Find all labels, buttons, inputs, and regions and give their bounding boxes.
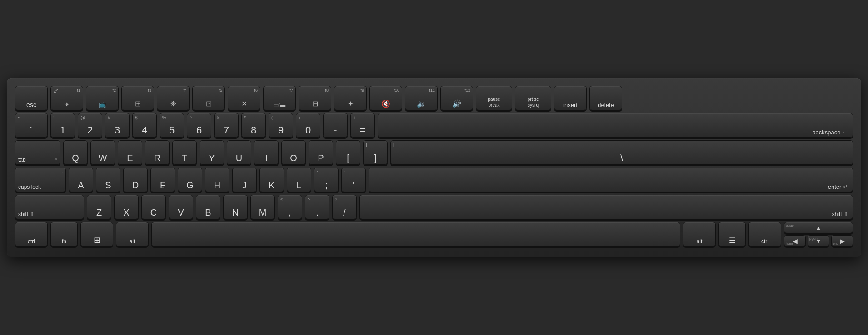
key-f3[interactable]: f3 ⊞ [121,86,154,110]
key-shift-left[interactable]: shift ⇧ [15,195,84,219]
key-t[interactable]: T [172,140,197,165]
key-backslash[interactable]: | \ [390,140,853,165]
key-u[interactable]: U [227,140,251,165]
key-f4[interactable]: f4 ❊ [157,86,190,110]
key-0[interactable]: ) 0 [296,113,320,138]
key-insert[interactable]: insert [554,86,587,110]
key-prtsc[interactable]: prt scsysrq [515,86,551,110]
key-period[interactable]: > . [305,195,329,219]
key-arrow-up[interactable]: ▲ pgup [784,222,853,233]
key-y[interactable]: Y [200,140,224,165]
key-f2[interactable]: f2 📺 [86,86,119,110]
key-fn[interactable]: fn [50,222,78,246]
key-ctrl-left[interactable]: ctrl [15,222,48,246]
key-b[interactable]: B [196,195,220,219]
key-ctrl-right[interactable]: ctrl [748,222,781,246]
key-m[interactable]: M [250,195,275,219]
key-9[interactable]: ( 9 [269,113,293,138]
key-i[interactable]: I [254,140,279,165]
key-arrow-down[interactable]: ▼ pgdn [808,235,829,246]
key-1[interactable]: ! 1 [50,113,75,138]
key-alt-right[interactable]: alt [683,222,716,246]
key-w[interactable]: W [90,140,115,165]
key-2[interactable]: @ 2 [78,113,102,138]
key-arrow-left[interactable]: ◀ home [784,235,806,246]
key-h[interactable]: H [205,168,229,192]
key-6[interactable]: ^ 6 [187,113,211,138]
key-a[interactable]: A [69,168,93,192]
key-delete[interactable]: delete [589,86,622,110]
key-lbracket[interactable]: { [ [336,140,360,165]
key-f10[interactable]: f10 🔇 [369,86,402,110]
key-o[interactable]: O [281,140,306,165]
key-semicolon[interactable]: : ; [314,168,339,192]
key-enter[interactable]: enter ↵ [369,168,853,192]
key-menu[interactable]: ☰ [718,222,746,246]
key-x[interactable]: X [114,195,139,219]
key-pause[interactable]: pausebreak [476,86,512,110]
key-f1[interactable]: f1 z² ✈ [50,86,83,110]
key-c[interactable]: C [141,195,166,219]
key-5[interactable]: % 5 [160,113,184,138]
arrow-cluster: ▲ pgup ◀ home ▼ pgdn ▶ end [784,222,853,246]
key-minus[interactable]: _ - [323,113,348,138]
key-f12[interactable]: f12 🔊 [440,86,473,110]
key-z[interactable]: Z [87,195,111,219]
number-row: ~ ` ! 1 @ 2 # 3 $ 4 % 5 ^ 6 [15,113,853,138]
key-q[interactable]: Q [63,140,88,165]
f1-icon: ✈ [54,101,80,108]
key-v[interactable]: V [169,195,193,219]
key-slash[interactable]: ? / [332,195,357,219]
key-f6[interactable]: f6 ✕ [228,86,260,110]
key-7[interactable]: & 7 [214,113,239,138]
key-rbracket[interactable]: } ] [363,140,388,165]
key-arrow-right[interactable]: ▶ end [831,235,853,246]
key-tilde[interactable]: ~ ` [15,113,48,138]
key-shift-right[interactable]: shift ⇧ [359,195,853,219]
key-tab[interactable]: tab ⇥ [15,140,60,165]
key-p[interactable]: P [309,140,333,165]
qwerty-row: tab ⇥ Q W E R T Y U I O P { [ } ] | \ [15,140,853,165]
key-f[interactable]: _ F [150,168,175,192]
key-n[interactable]: N [223,195,248,219]
key-f7[interactable]: f7 ▭/▬ [263,86,296,110]
key-g[interactable]: G [178,168,202,192]
fn-row: esc f1 z² ✈ f2 📺 f3 ⊞ f4 ❊ f5 ⊡ [15,86,853,110]
key-l[interactable]: L [287,168,311,192]
zxcv-row: shift ⇧ Z X C V B N M < , > . ? / shift … [15,195,853,219]
key-j[interactable]: _ J [232,168,257,192]
key-k[interactable]: K [259,168,284,192]
key-f8[interactable]: f8 ⊟ [299,86,331,110]
key-quote[interactable]: " ' [341,168,366,192]
key-8[interactable]: * 8 [241,113,266,138]
key-equals[interactable]: + = [350,113,375,138]
key-comma[interactable]: < , [278,195,302,219]
key-s[interactable]: S [96,168,120,192]
key-f5[interactable]: f5 ⊡ [192,86,225,110]
arrow-left-down-right: ◀ home ▼ pgdn ▶ end [784,235,853,246]
key-alt-left[interactable]: alt [116,222,149,246]
asdf-row: · caps lock A S D _ F G H _ J K L : ; " … [15,168,853,192]
key-win[interactable]: ⊞ [80,222,113,246]
key-4[interactable]: $ 4 [132,113,157,138]
bottom-row: ctrl fn ⊞ alt alt ☰ ctrl ▲ pgup ◀ home ▼ [15,222,853,246]
key-3[interactable]: # 3 [105,113,130,138]
keyboard: esc f1 z² ✈ f2 📺 f3 ⊞ f4 ❊ f5 ⊡ [7,78,861,257]
key-backspace[interactable]: backspace ← [378,113,853,138]
key-esc[interactable]: esc [15,86,48,110]
key-capslock[interactable]: · caps lock [15,168,66,192]
key-space[interactable] [151,222,680,246]
key-r[interactable]: R [145,140,170,165]
key-d[interactable]: D [123,168,148,192]
f1-label: f1 [77,88,80,93]
key-e[interactable]: E [118,140,142,165]
key-f9[interactable]: f9 ✦ [334,86,367,110]
key-f11[interactable]: f11 🔉 [405,86,438,110]
